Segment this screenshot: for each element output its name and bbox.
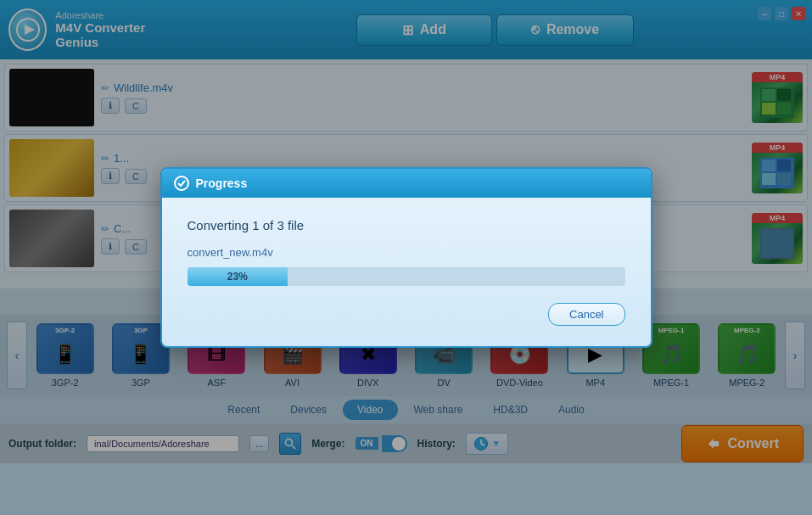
progress-icon bbox=[174, 176, 189, 191]
cancel-button[interactable]: Cancel bbox=[548, 303, 624, 326]
progress-percent-label: 23% bbox=[227, 271, 248, 283]
modal-actions: Cancel bbox=[188, 303, 625, 326]
progress-status-text: Converting 1 of 3 file bbox=[188, 218, 625, 232]
modal-body: Converting 1 of 3 file convert_new.m4v 2… bbox=[162, 198, 651, 346]
progress-bar-fill: 23% bbox=[188, 267, 288, 286]
progress-bar-container: 23% bbox=[188, 267, 625, 286]
svg-point-19 bbox=[175, 176, 188, 190]
modal-header: Progress bbox=[162, 169, 651, 198]
modal-overlay: Progress Converting 1 of 3 file convert_… bbox=[0, 0, 812, 515]
progress-filename: convert_new.m4v bbox=[188, 246, 625, 259]
modal-title: Progress bbox=[196, 176, 248, 190]
progress-dialog: Progress Converting 1 of 3 file convert_… bbox=[160, 167, 652, 348]
